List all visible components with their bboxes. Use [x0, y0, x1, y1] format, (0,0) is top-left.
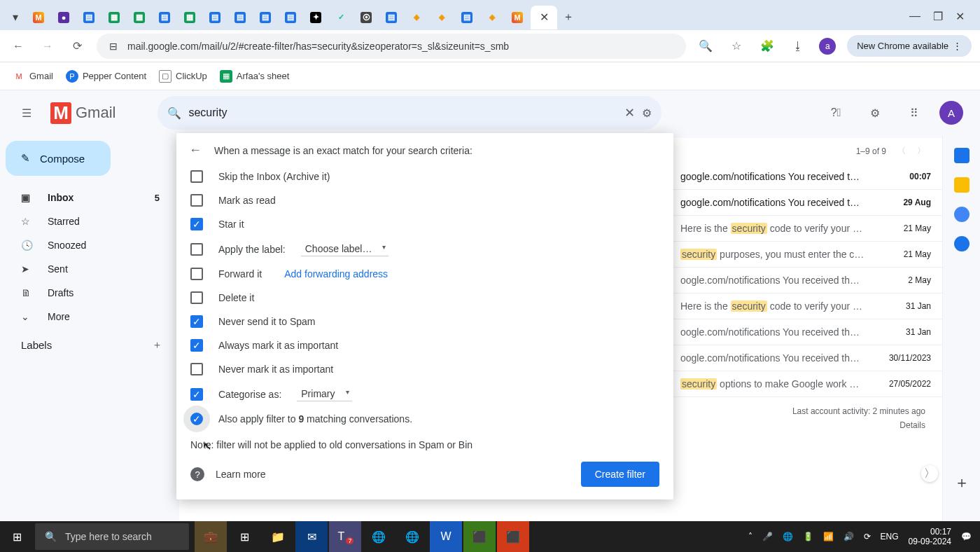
- compose-button[interactable]: ✎ Compose: [6, 141, 111, 176]
- tab-14[interactable]: ⦿: [354, 6, 378, 29]
- checkbox-6[interactable]: ✓: [190, 315, 203, 328]
- checkbox-also-apply[interactable]: ✓: [190, 413, 203, 425]
- account-avatar[interactable]: A: [939, 101, 963, 125]
- site-settings-icon[interactable]: ⊟: [106, 39, 120, 53]
- taskbar-app-taskview[interactable]: ⊞: [228, 521, 260, 552]
- tray-mic-icon[interactable]: 🎤: [762, 532, 773, 541]
- learn-more-link[interactable]: Learn more: [216, 469, 266, 480]
- tray-battery-icon[interactable]: 🔋: [803, 532, 813, 541]
- extensions-icon[interactable]: 🧩: [757, 36, 777, 56]
- reload-button[interactable]: ⟳: [67, 36, 87, 56]
- tab-11[interactable]: ▤: [279, 6, 302, 29]
- window-minimize[interactable]: ―: [909, 10, 920, 23]
- search-icon[interactable]: 🔍: [696, 36, 715, 56]
- clear-search-icon[interactable]: ✕: [624, 105, 635, 120]
- next-page-button[interactable]: 〉: [917, 145, 925, 157]
- taskbar-clock[interactable]: 00:17 09-09-2024: [909, 527, 951, 547]
- bookmark-gmail[interactable]: MGmail: [13, 70, 53, 83]
- back-arrow-icon[interactable]: ←: [189, 143, 202, 158]
- checkbox-0[interactable]: [190, 170, 203, 183]
- keep-icon[interactable]: [954, 177, 969, 193]
- sidebar-item-inbox[interactable]: ▣ Inbox 5: [6, 186, 179, 209]
- checkbox-1[interactable]: [190, 194, 203, 207]
- search-options-icon[interactable]: ⚙: [642, 106, 652, 120]
- sidebar-item-more[interactable]: ⌄More: [6, 305, 179, 329]
- checkbox-8[interactable]: [190, 363, 203, 375]
- tray-notifications-icon[interactable]: 💬: [961, 532, 972, 541]
- gmail-logo[interactable]: M Gmail: [50, 102, 115, 124]
- checkbox-5[interactable]: [190, 291, 203, 304]
- sidebar-item-snoozed[interactable]: 🕓Snoozed: [6, 233, 179, 257]
- apps-grid-icon[interactable]: ⠿: [900, 99, 928, 127]
- filter-select-9[interactable]: Primary: [297, 387, 351, 401]
- calendar-icon[interactable]: [954, 148, 969, 163]
- taskbar-app-camtasia-2[interactable]: ⬛: [497, 521, 529, 552]
- help-circle-icon[interactable]: ?: [190, 467, 204, 481]
- taskbar-app-chrome-1[interactable]: 🌐: [363, 521, 395, 552]
- sidebar-item-starred[interactable]: ☆Starred: [6, 209, 179, 233]
- start-button[interactable]: ⊞: [0, 530, 34, 544]
- tray-weather-icon[interactable]: 🌐: [783, 532, 793, 541]
- taskbar-search[interactable]: 🔍 Type here to search: [35, 523, 189, 550]
- tab-15[interactable]: ▤: [379, 6, 403, 29]
- side-panel-expand[interactable]: 〉: [921, 465, 938, 482]
- tab-6[interactable]: ▤: [153, 6, 176, 29]
- tabs-dropdown[interactable]: ▾: [6, 11, 25, 24]
- tab-active[interactable]: ✕: [531, 6, 557, 29]
- tab-3[interactable]: ▤: [77, 6, 101, 29]
- tab-5[interactable]: ▦: [127, 6, 151, 29]
- close-icon[interactable]: ✕: [540, 11, 549, 24]
- tab-19[interactable]: ◈: [480, 6, 504, 29]
- add-panel-button[interactable]: ＋: [954, 472, 969, 493]
- tab-16[interactable]: ◈: [405, 6, 428, 29]
- tray-wifi-icon[interactable]: 📶: [823, 532, 834, 541]
- tray-language[interactable]: ENG: [881, 532, 899, 541]
- tab-13[interactable]: ✓: [329, 6, 353, 29]
- bookmark-sheet[interactable]: ▦Arfaa's sheet: [220, 70, 289, 83]
- filter-select-3[interactable]: Choose label…: [301, 242, 389, 256]
- taskbar-app-camtasia-1[interactable]: ⬛: [463, 521, 496, 552]
- checkbox-9[interactable]: ✓: [190, 388, 203, 401]
- window-close[interactable]: ✕: [955, 10, 965, 23]
- window-maximize[interactable]: ❐: [933, 10, 943, 23]
- taskbar-app-teams[interactable]: T7: [329, 521, 361, 552]
- downloads-icon[interactable]: ⭳: [788, 36, 808, 56]
- settings-gear-icon[interactable]: ⚙: [861, 99, 889, 127]
- bookmark-star-icon[interactable]: ☆: [727, 36, 746, 56]
- bookmark-pepper[interactable]: PPepper Content: [66, 70, 146, 83]
- back-button[interactable]: ←: [8, 36, 28, 56]
- tab-12[interactable]: ✦: [304, 6, 328, 29]
- tab-9[interactable]: ▤: [228, 6, 252, 29]
- chrome-update-pill[interactable]: New Chrome available⋮: [847, 35, 972, 57]
- profile-avatar[interactable]: a: [819, 38, 836, 55]
- taskbar-app-word[interactable]: W: [430, 521, 462, 552]
- tab-18[interactable]: ▤: [455, 6, 479, 29]
- checkbox-3[interactable]: [190, 243, 203, 256]
- search-icon[interactable]: 🔍: [167, 106, 181, 120]
- create-filter-button[interactable]: Create filter: [581, 462, 659, 487]
- sidebar-item-drafts[interactable]: 🗎Drafts: [6, 281, 179, 305]
- checkbox-2[interactable]: ✓: [190, 218, 203, 230]
- main-menu-icon[interactable]: ☰: [11, 106, 42, 120]
- tab-8[interactable]: ▤: [203, 6, 227, 29]
- tab-4[interactable]: ▦: [102, 6, 126, 29]
- tab-7[interactable]: ▦: [178, 6, 202, 29]
- forwarding-address-link[interactable]: Add forwarding address: [284, 268, 388, 280]
- address-bar[interactable]: ⊟ mail.google.com/mail/u/2/#create-filte…: [97, 34, 686, 59]
- taskbar-app-explorer[interactable]: 📁: [262, 521, 294, 552]
- tab-20[interactable]: M: [505, 6, 529, 29]
- new-tab-button[interactable]: ＋: [559, 10, 578, 25]
- tray-volume-icon[interactable]: 🔊: [844, 532, 854, 541]
- taskbar-app-chrome-2[interactable]: 🌐: [396, 521, 428, 552]
- contacts-icon[interactable]: [954, 236, 969, 251]
- tab-2[interactable]: ●: [52, 6, 76, 29]
- help-icon[interactable]: ?⃝: [822, 99, 850, 127]
- checkbox-7[interactable]: ✓: [190, 339, 203, 352]
- tab-10[interactable]: ▤: [253, 6, 277, 29]
- search-input[interactable]: [188, 106, 617, 119]
- tray-sync-icon[interactable]: ⟳: [864, 532, 871, 541]
- forward-button[interactable]: →: [38, 36, 57, 56]
- tab-gmail[interactable]: M: [27, 6, 50, 29]
- taskbar-app-briefcase[interactable]: 💼: [195, 521, 227, 552]
- sidebar-item-sent[interactable]: ➤Sent: [6, 257, 179, 281]
